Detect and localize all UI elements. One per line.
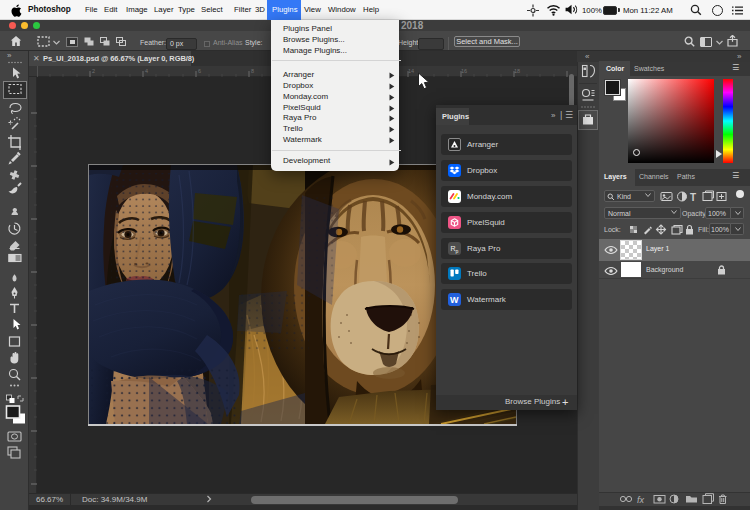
svg-text:W: W [450,295,459,305]
svg-text:p: p [456,248,459,254]
svg-text:»: » [7,51,12,60]
svg-text:14: 14 [408,68,414,74]
svg-text:6: 6 [198,68,201,74]
svg-text:16: 16 [461,68,467,74]
svg-text:2: 2 [92,68,95,74]
svg-text:4: 4 [145,68,148,74]
svg-text:8: 8 [251,68,254,74]
svg-text:T: T [690,192,696,203]
svg-text:18: 18 [514,68,520,74]
svg-text:fx: fx [637,495,645,505]
